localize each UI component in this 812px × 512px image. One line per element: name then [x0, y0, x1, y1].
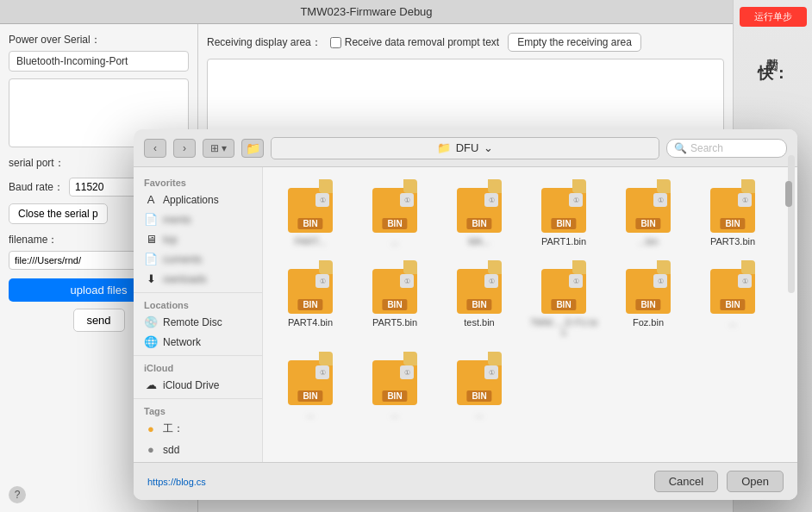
- sidebar-item-label: top: [163, 234, 178, 246]
- sidebar-item-label: 工：: [163, 421, 184, 436]
- file-item-bin5[interactable]: ① BIN ...bin: [609, 176, 687, 250]
- sidebar-item-label: Applications: [163, 194, 219, 206]
- help-button[interactable]: ?: [9, 486, 26, 503]
- folder-name: DFU: [456, 141, 479, 154]
- file-name: PART4.bin: [288, 317, 333, 328]
- divider-3: [134, 398, 262, 399]
- receive-label: Receiving display area：: [207, 35, 322, 50]
- remote-disc-icon: 💿: [144, 315, 158, 328]
- file-name: ...: [306, 409, 314, 419]
- sidebar-item-docs[interactable]: 📄 cuments: [134, 249, 262, 269]
- file-item-tmwdfu[interactable]: ① BIN TMW..._D FU.bin: [525, 257, 603, 341]
- grid-icon: ⊞: [210, 142, 219, 154]
- baud-rate-label: Baud rate：: [9, 180, 64, 195]
- network-icon: 🌐: [144, 335, 158, 348]
- sidebar-item-icloud-drive[interactable]: ☁ iCloud Drive: [134, 375, 262, 395]
- file-name: PART5.bin: [372, 317, 417, 328]
- path-selector[interactable]: 📁 DFU ⌄: [271, 137, 659, 159]
- sidebar-item-label: iCloud Drive: [163, 379, 219, 391]
- sidebar-item-label: cuments: [163, 253, 202, 265]
- file-name: ...: [728, 317, 736, 328]
- sidebar-item-label: Remote Disc: [163, 316, 222, 328]
- file-item-part1[interactable]: ① BIN PART...: [272, 176, 349, 250]
- tag-2-icon: ●: [144, 443, 158, 456]
- file-item-2[interactable]: ① BIN ...: [356, 176, 434, 250]
- file-name: MA...: [468, 236, 490, 247]
- divider-2: [134, 355, 262, 356]
- file-name: ...: [390, 409, 398, 419]
- dialog-toolbar: ‹ › ⊞ ▾ 📁 📁 DFU ⌄ 🔍 Search: [134, 129, 797, 167]
- sidebar-item-network[interactable]: 🌐 Network: [134, 332, 262, 352]
- chevron-down-icon: ▾: [222, 142, 227, 154]
- new-folder-button[interactable]: 📁: [241, 139, 264, 158]
- file-item-part5[interactable]: ① BIN PART5.bin: [356, 257, 434, 341]
- remove-prompt-checkbox[interactable]: [330, 37, 341, 48]
- file-item-r2[interactable]: ① BIN ...: [272, 348, 349, 422]
- file-name: ...: [475, 409, 483, 419]
- file-item-test[interactable]: ① BIN test.bin: [440, 257, 518, 341]
- sidebar-item-label: ownloads: [163, 273, 207, 285]
- file-name: PART3.bin: [710, 236, 755, 247]
- file-item-r3[interactable]: ① BIN ...: [356, 348, 434, 422]
- empty-receiving-button[interactable]: Empty the receiving area: [508, 33, 641, 52]
- sidebar-item-remote-disc[interactable]: 💿 Remote Disc: [134, 312, 262, 332]
- file-item-ma[interactable]: ① BIN MA...: [440, 176, 518, 250]
- file-item-part1bin[interactable]: ① BIN PART1.bin: [525, 176, 603, 250]
- window-title: TMW023-Firmware Debug: [300, 5, 432, 18]
- port-display: Bluetooth-Incoming-Port: [9, 51, 189, 72]
- receive-header: Receiving display area： Receive data rem…: [207, 33, 724, 52]
- file-name: Foz.bin: [633, 317, 664, 328]
- nav-forward-button[interactable]: ›: [173, 139, 196, 158]
- power-label: Power over Serial：: [9, 33, 189, 47]
- folder-icon: 📁: [246, 141, 260, 155]
- file-item-r4[interactable]: ① BIN ...: [440, 348, 518, 422]
- file-name: ...bin: [638, 236, 659, 247]
- documents-icon: 📄: [144, 213, 158, 226]
- icloud-icon: ☁: [144, 378, 158, 391]
- tag-1-icon: ●: [144, 422, 158, 435]
- quick-label: 快：: [758, 63, 789, 84]
- close-serial-button[interactable]: Close the serial p: [9, 203, 108, 224]
- sidebar-item-tag-2[interactable]: ● sdd: [134, 440, 262, 459]
- nav-back-button[interactable]: ‹: [144, 139, 166, 158]
- favorites-section-title: Favorites: [134, 174, 262, 190]
- file-item-part3[interactable]: ① BIN PART3.bin: [694, 176, 771, 250]
- title-bar: TMW023-Firmware Debug: [0, 0, 733, 24]
- view-mode-button[interactable]: ⊞ ▾: [203, 139, 234, 158]
- file-item-foz[interactable]: ① BIN Foz.bin: [609, 257, 687, 341]
- sidebar-item-tag-1[interactable]: ● 工：: [134, 418, 262, 440]
- checkbox-label: Receive data removal prompt text: [345, 36, 499, 48]
- file-grid: ① BIN PART... ① BIN ... ①: [263, 167, 797, 462]
- cancel-button[interactable]: Cancel: [654, 471, 718, 492]
- open-button[interactable]: Open: [727, 471, 784, 492]
- sidebar-item-label: ments: [163, 214, 191, 226]
- tags-section-title: Tags: [134, 403, 262, 418]
- sidebar-item-label: sdd: [163, 444, 179, 456]
- sidebar-item-desktop[interactable]: 🖥 top: [134, 229, 262, 249]
- dialog-body: Favorites A Applications 📄 ments 🖥 top 📄…: [134, 167, 797, 462]
- docs-icon: 📄: [144, 253, 158, 265]
- dropdown-icon: ⌄: [484, 141, 493, 154]
- sidebar-item-downloads[interactable]: ⬇ ownloads: [134, 269, 262, 289]
- sidebar-item-documents[interactable]: 📄 ments: [134, 209, 262, 229]
- downloads-icon: ⬇: [144, 272, 158, 285]
- file-dialog: ‹ › ⊞ ▾ 📁 📁 DFU ⌄ 🔍 Search Favorites A A…: [134, 129, 797, 500]
- dialog-bottombar: https://blog.cs Cancel Open: [134, 462, 797, 500]
- file-name: ...: [390, 236, 398, 247]
- folder-path-icon: 📁: [437, 141, 451, 154]
- file-item-r1[interactable]: ① BIN ...: [694, 257, 771, 341]
- divider-1: [134, 292, 262, 293]
- search-box[interactable]: 🔍 Search: [666, 139, 787, 158]
- run-step-button[interactable]: 运行单步: [740, 7, 807, 27]
- dialog-url: https://blog.cs: [147, 477, 646, 487]
- locations-section-title: Locations: [134, 297, 262, 312]
- sidebar-item-applications[interactable]: A Applications: [134, 190, 262, 209]
- desktop-icon: 🖥: [144, 233, 158, 246]
- serial-port-label: serial port：: [9, 156, 65, 171]
- file-item-part4[interactable]: ① BIN PART4.bin: [272, 257, 349, 341]
- checkbox-row: Receive data removal prompt text: [330, 36, 499, 48]
- sidebar-item-label: Network: [163, 336, 201, 348]
- send-button[interactable]: send: [73, 309, 125, 332]
- file-name: test.bin: [464, 317, 494, 328]
- dialog-sidebar: Favorites A Applications 📄 ments 🖥 top 📄…: [134, 167, 263, 462]
